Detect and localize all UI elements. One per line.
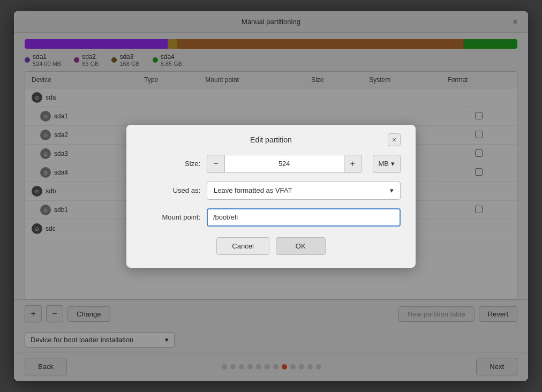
- ok-button[interactable]: OK: [276, 237, 326, 255]
- modal-titlebar: Edit partition ×: [141, 135, 401, 144]
- used-as-chevron-icon: ▾: [390, 186, 394, 194]
- modal-overlay: Edit partition × Size: − + MB ▾ Used as:: [14, 11, 528, 381]
- size-input[interactable]: [225, 155, 344, 173]
- used-as-select[interactable]: Leave formatted as VFAT ▾: [207, 182, 401, 200]
- size-increment-button[interactable]: +: [344, 155, 362, 173]
- modal-close-button[interactable]: ×: [388, 133, 401, 146]
- main-window: Manual partitioning × sda1 524.00 MB sda…: [14, 11, 528, 381]
- modal-title: Edit partition: [250, 135, 292, 144]
- size-decrement-button[interactable]: −: [207, 155, 225, 173]
- unit-label: MB: [379, 160, 389, 168]
- unit-chevron-icon: ▾: [391, 160, 395, 168]
- mount-point-input[interactable]: [207, 208, 401, 227]
- used-as-field: Used as: Leave formatted as VFAT ▾: [141, 182, 401, 200]
- modal-buttons: Cancel OK: [141, 237, 401, 255]
- used-as-value: Leave formatted as VFAT: [214, 186, 292, 194]
- edit-partition-modal: Edit partition × Size: − + MB ▾ Used as:: [126, 125, 416, 268]
- size-label: Size:: [141, 160, 200, 168]
- size-control: − +: [207, 155, 362, 173]
- cancel-button[interactable]: Cancel: [216, 237, 269, 255]
- size-field: Size: − + MB ▾: [141, 155, 401, 173]
- mount-point-field: Mount point:: [141, 208, 401, 227]
- used-as-label: Used as:: [141, 186, 200, 194]
- mount-point-label: Mount point:: [141, 213, 200, 221]
- unit-select[interactable]: MB ▾: [373, 155, 401, 173]
